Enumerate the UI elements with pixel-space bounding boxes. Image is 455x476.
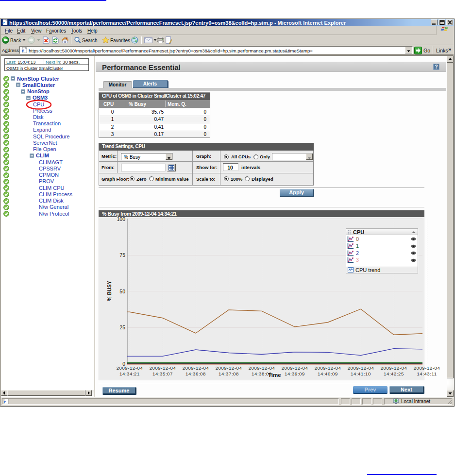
svg-text:e: e bbox=[22, 47, 24, 53]
svg-text:e: e bbox=[2, 19, 5, 25]
svg-text:e: e bbox=[4, 399, 6, 404]
